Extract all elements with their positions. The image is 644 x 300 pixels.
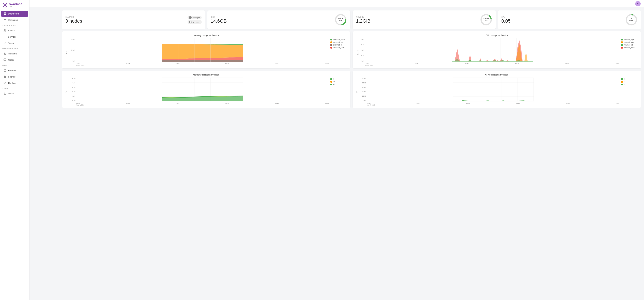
memory-service-title: Memory usage by Service bbox=[65, 34, 347, 36]
charts-row-2: Memory utilization by Node [%] 100.00 80… bbox=[62, 71, 641, 108]
cpu-donut-sub: vCPU bbox=[629, 20, 634, 22]
legend-item: swarmpit_app bbox=[621, 41, 638, 43]
disk-donut: 31.5GB size bbox=[334, 14, 347, 26]
memory-node-svg bbox=[76, 78, 329, 101]
manager-badge: 1 manager bbox=[188, 16, 202, 20]
sidebar-item-label: Stacks bbox=[8, 29, 15, 32]
sidebar: swarmpit v1.9 Dashboard Registries APPLI… bbox=[0, 0, 30, 300]
sidebar-item-services[interactable]: Services bbox=[1, 34, 28, 40]
sidebar-item-label: Dashboard bbox=[8, 12, 19, 15]
svg-line-19 bbox=[4, 53, 5, 54]
sidebar-item-label: Registries bbox=[8, 19, 18, 21]
disk-value: 14.6GB bbox=[211, 19, 332, 24]
dashboard-icon bbox=[3, 12, 6, 15]
charts-row-1: Memory usage by Service [MiB] 400.00 200… bbox=[62, 31, 641, 68]
sidebar-item-label: Volumes bbox=[8, 69, 16, 72]
memory-service-chart: [MiB] 400.00 200.00 0.00 bbox=[65, 38, 329, 66]
cpu-card: CPU 0.05 3 vCPU bbox=[498, 10, 641, 29]
user-avatar[interactable]: AD bbox=[635, 1, 641, 6]
svg-rect-8 bbox=[4, 12, 5, 14]
main-content: CLUSTER 3 nodes 1 manager 2 workers DISK… bbox=[59, 8, 644, 300]
section-applications: APPLICATIONS bbox=[0, 23, 29, 27]
svg-rect-14 bbox=[4, 38, 6, 38]
cpu-donut: 3 vCPU bbox=[625, 14, 638, 26]
cpu-node-svg bbox=[367, 78, 620, 101]
sidebar-item-configs[interactable]: Configs bbox=[1, 80, 28, 86]
svg-marker-37 bbox=[162, 60, 243, 62]
sidebar-nav: Dashboard Registries APPLICATIONS Stacks… bbox=[0, 10, 29, 300]
svg-rect-12 bbox=[4, 36, 6, 36]
cluster-value: 3 nodes bbox=[66, 19, 185, 24]
disk-card: DISK 14.6GB 31.5GB size bbox=[208, 10, 350, 29]
sidebar-item-users[interactable]: Users bbox=[1, 90, 28, 96]
sidebar-item-registries[interactable]: Registries bbox=[1, 17, 28, 23]
disk-label: DISK bbox=[211, 16, 332, 18]
sidebar-item-stacks[interactable]: Stacks bbox=[1, 28, 28, 34]
svg-point-27 bbox=[4, 92, 6, 94]
cpu-service-ylabel: [vCPU] bbox=[357, 50, 359, 55]
section-infrastructure: INFRASTRUCTURE bbox=[0, 46, 29, 50]
sidebar-item-label: Services bbox=[8, 36, 16, 38]
cpu-service-card: CPU usage by Service [vCPU] 0.08 0.06 0.… bbox=[353, 31, 641, 68]
volumes-icon bbox=[3, 69, 6, 72]
cpu-service-date: May 4, 2020 bbox=[365, 65, 620, 66]
services-icon bbox=[3, 35, 6, 38]
svg-point-18 bbox=[6, 54, 6, 55]
memory-node-legend: m s2 s1 bbox=[330, 78, 347, 106]
svg-line-20 bbox=[5, 53, 6, 54]
svg-rect-10 bbox=[4, 14, 5, 15]
sidebar-item-volumes[interactable]: Volumes bbox=[1, 68, 28, 74]
disk-donut-value: 31.5GB bbox=[338, 18, 343, 20]
legend-item: s2 bbox=[621, 81, 638, 82]
memory-donut-value: 10.9GiB bbox=[483, 18, 489, 20]
memory-service-date: May 4, 2020 bbox=[76, 65, 329, 66]
sidebar-item-secrets[interactable]: Secrets bbox=[1, 74, 28, 80]
tasks-icon bbox=[3, 42, 6, 44]
memory-card: MEMORY 1.2GiB 10.9GiB ram bbox=[353, 10, 496, 29]
nodes-icon bbox=[3, 58, 6, 61]
sidebar-item-nodes[interactable]: Nodes bbox=[1, 57, 28, 63]
cpu-node-legend: m s2 s1 bbox=[621, 78, 638, 106]
cpu-service-title: CPU usage by Service bbox=[356, 34, 638, 36]
section-data: DATA bbox=[0, 63, 29, 67]
cpu-service-chart: [vCPU] 0.08 0.06 0.04 0.02 0.00 bbox=[356, 38, 620, 66]
legend-item: m bbox=[621, 78, 638, 80]
networks-icon bbox=[3, 52, 6, 55]
stats-row: CLUSTER 3 nodes 1 manager 2 workers DISK… bbox=[62, 10, 641, 29]
memory-node-chart: [%] 100.00 80.00 60.00 40.00 20.00 0.00 bbox=[65, 78, 329, 106]
sidebar-item-dashboard[interactable]: Dashboard bbox=[1, 10, 28, 17]
memory-service-legend: swarmpit_agent swarmpit_app swarmpit_db … bbox=[330, 38, 347, 66]
memory-service-svg bbox=[76, 38, 329, 62]
cpu-donut-value: 3 bbox=[629, 18, 634, 20]
cpu-service-svg bbox=[365, 38, 620, 62]
cpu-node-chart: [%] 100.00 80.00 60.00 40.00 20.00 0.00 bbox=[356, 78, 620, 106]
cpu-node-card: CPU utilization by Node [%] 100.00 80.00… bbox=[353, 71, 641, 108]
cpu-service-legend: swarmpit_agent swarmpit_app swarmpit_db … bbox=[621, 38, 638, 66]
cpu-label: CPU bbox=[502, 16, 623, 18]
topbar: AD bbox=[30, 0, 644, 8]
memory-donut-sub: ram bbox=[483, 20, 489, 22]
cpu-node-date: May 4, 2020 bbox=[367, 104, 620, 106]
sidebar-item-networks[interactable]: Networks bbox=[1, 50, 28, 57]
cluster-label: CLUSTER bbox=[66, 16, 185, 18]
disk-donut-sub: size bbox=[338, 20, 343, 22]
section-admin: ADMIN bbox=[0, 86, 29, 90]
app-name: swarmpit bbox=[9, 2, 22, 6]
app-version: v1.9 bbox=[9, 6, 22, 8]
legend-item: swarmpit_influx... bbox=[330, 47, 347, 48]
legend-item: s1 bbox=[621, 84, 638, 85]
memory-node-card: Memory utilization by Node [%] 100.00 80… bbox=[62, 71, 350, 108]
cpu-node-title: CPU utilization by Node bbox=[356, 74, 638, 76]
logo-icon bbox=[2, 2, 8, 8]
legend-item: s2 bbox=[330, 81, 347, 82]
svg-point-16 bbox=[4, 52, 5, 53]
svg-point-1 bbox=[4, 4, 6, 6]
sidebar-item-label: Tasks bbox=[8, 42, 14, 44]
svg-point-25 bbox=[4, 70, 6, 70]
sidebar-item-tasks[interactable]: Tasks bbox=[1, 40, 28, 46]
legend-item: swarmpit_influx... bbox=[621, 47, 638, 48]
cluster-card: CLUSTER 3 nodes 1 manager 2 workers bbox=[62, 10, 205, 29]
svg-marker-39 bbox=[162, 44, 243, 59]
memory-value: 1.2GiB bbox=[356, 19, 478, 24]
workers-badge: 2 workers bbox=[188, 20, 202, 24]
